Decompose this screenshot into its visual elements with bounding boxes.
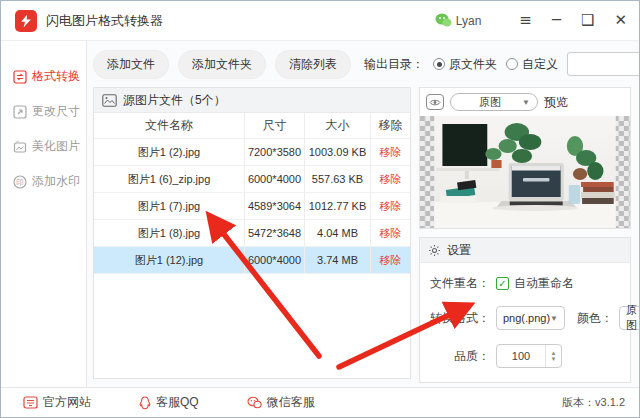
chevron-down-icon: ▼ xyxy=(550,314,558,323)
file-size: 1012.77 KB xyxy=(304,193,370,219)
output-path-input[interactable] xyxy=(567,52,640,76)
auto-rename-label: 自动重命名 xyxy=(514,275,574,292)
sidebar-item-label: 美化图片 xyxy=(32,138,80,155)
sidebar-item-resize[interactable]: 更改尺寸 xyxy=(1,94,86,129)
preview-panel: 原图 ▼ 预览 xyxy=(419,87,631,229)
svg-text:印: 印 xyxy=(16,177,24,186)
quality-label: 品质： xyxy=(428,348,490,365)
sidebar-item-beautify[interactable]: 美化图片 xyxy=(1,129,86,164)
beautify-icon xyxy=(13,140,27,154)
column-header-dimensions: 尺寸 xyxy=(244,113,304,138)
maximize-icon[interactable]: ❑ xyxy=(581,13,594,28)
table-row[interactable]: 图片1 (7).jpg 4589*3064 1012.77 KB 移除 xyxy=(94,193,410,220)
preview-eye-icon[interactable] xyxy=(426,94,444,110)
sidebar-item-label: 格式转换 xyxy=(32,68,80,85)
preview-mode-dropdown[interactable]: 原图 ▼ xyxy=(450,93,538,111)
column-header-size: 大小 xyxy=(304,113,370,138)
color-dropdown[interactable]: 原图 ▼ xyxy=(619,306,640,330)
format-value: png(.png) xyxy=(503,312,550,324)
file-dimensions: 6000*4000 xyxy=(244,247,304,273)
sidebar-item-format-convert[interactable]: 格式转换 xyxy=(1,59,86,94)
file-dimensions: 4589*3064 xyxy=(244,193,304,219)
app-window: 闪电图片格式转换器 Lyan ≡ ─ ❑ ✕ xyxy=(0,0,640,418)
preview-mode-value: 原图 xyxy=(458,95,522,110)
file-size: 1003.09 KB xyxy=(304,139,370,165)
format-label: 转换格式： xyxy=(428,310,490,327)
version-label: 版本：v3.1.2 xyxy=(562,395,625,410)
format-convert-icon xyxy=(13,70,27,84)
qq-support-label: 客服QQ xyxy=(156,394,199,411)
radio-original-folder[interactable]: 原文件夹 xyxy=(433,56,497,73)
watermark-icon: 印 xyxy=(13,175,27,189)
quality-stepper[interactable]: 100 ▲ ▼ xyxy=(496,344,562,368)
close-icon[interactable]: ✕ xyxy=(614,13,627,28)
sidebar: 格式转换 更改尺寸 美化图片 印 xyxy=(1,41,87,387)
file-name: 图片1 (8).jpg xyxy=(94,220,244,246)
chevron-down-icon: ▼ xyxy=(522,98,530,107)
title-bar: 闪电图片格式转换器 Lyan ≡ ─ ❑ ✕ xyxy=(1,1,639,41)
file-dimensions: 7200*3580 xyxy=(244,139,304,165)
file-table: 文件名称 尺寸 大小 移除 图片1 (2).jpg 7200*3580 1003… xyxy=(94,113,410,274)
add-folder-button[interactable]: 添加文件夹 xyxy=(178,50,266,79)
sidebar-item-label: 添加水印 xyxy=(32,173,80,190)
preview-header: 原图 ▼ 预览 xyxy=(420,88,630,116)
table-row[interactable]: 图片1 (2).jpg 7200*3580 1003.09 KB 移除 xyxy=(94,139,410,166)
source-files-header: 源图片文件（5个） xyxy=(94,88,410,113)
official-website-label: 官方网站 xyxy=(43,394,91,411)
source-files-title: 源图片文件（5个） xyxy=(123,92,226,109)
column-header-name: 文件名称 xyxy=(94,113,244,138)
file-dimensions: 5472*3648 xyxy=(244,220,304,246)
table-row[interactable]: 图片1 (8).jpg 5472*3648 4.04 MB 移除 xyxy=(94,220,410,247)
resize-icon xyxy=(13,105,27,119)
radio-custom-control[interactable] xyxy=(506,58,518,70)
radio-custom-label: 自定义 xyxy=(522,56,558,73)
remove-link[interactable]: 移除 xyxy=(370,220,410,246)
wechat-icon xyxy=(247,396,262,409)
wechat-support-link[interactable]: 微信客服 xyxy=(247,394,315,411)
wechat-avatar-icon xyxy=(435,13,452,28)
file-size: 3.74 MB xyxy=(304,247,370,273)
remove-link[interactable]: 移除 xyxy=(370,247,410,273)
remove-link[interactable]: 移除 xyxy=(370,139,410,165)
app-title: 闪电图片格式转换器 xyxy=(46,12,163,30)
settings-title: 设置 xyxy=(447,242,471,259)
source-files-panel: 源图片文件（5个） 文件名称 尺寸 大小 移除 图片1 (2).jpg 7200… xyxy=(93,87,411,379)
settings-panel: 设置 文件重名： ✓ 自动重命名 转换格式： png(.pn xyxy=(419,237,631,383)
radio-custom[interactable]: 自定义 xyxy=(506,56,558,73)
file-name: 图片1 (12).jpg xyxy=(94,247,244,273)
settings-header: 设置 xyxy=(420,238,630,263)
user-name: Lyan xyxy=(456,14,482,28)
sidebar-item-watermark[interactable]: 印 添加水印 xyxy=(1,164,86,199)
file-name: 图片1 (2).jpg xyxy=(94,139,244,165)
radio-original-folder-control[interactable] xyxy=(433,58,445,70)
qq-support-link[interactable]: 客服QQ xyxy=(139,394,199,411)
auto-rename-checkbox[interactable]: ✓ xyxy=(496,277,509,290)
file-table-body: 图片1 (2).jpg 7200*3580 1003.09 KB 移除 图片1 … xyxy=(94,139,410,274)
format-dropdown[interactable]: png(.png) ▼ xyxy=(496,306,565,330)
gear-icon xyxy=(428,244,441,257)
footer-bar: 官方网站 客服QQ 微信客服 版本：v3.1.2 xyxy=(1,387,639,417)
output-dir-label: 输出目录： xyxy=(364,56,424,73)
stepper-down-icon[interactable]: ▼ xyxy=(551,356,557,362)
column-header-remove: 移除 xyxy=(370,113,410,138)
remove-link[interactable]: 移除 xyxy=(370,193,410,219)
app-logo-icon xyxy=(15,10,37,32)
preview-image xyxy=(420,116,630,228)
menu-icon[interactable]: ≡ xyxy=(519,13,532,28)
clear-list-button[interactable]: 清除列表 xyxy=(275,50,351,79)
qq-penguin-icon xyxy=(139,396,151,410)
file-name: 图片1 (7).jpg xyxy=(94,193,244,219)
official-website-link[interactable]: 官方网站 xyxy=(23,394,91,411)
file-name: 图片1 (6)_zip.jpg xyxy=(94,166,244,192)
preview-label: 预览 xyxy=(544,94,568,111)
table-row[interactable]: 图片1 (6)_zip.jpg 6000*4000 557.63 KB 移除 xyxy=(94,166,410,193)
table-row[interactable]: 图片1 (12).jpg 6000*4000 3.74 MB 移除 xyxy=(94,247,410,274)
file-size: 557.63 KB xyxy=(304,166,370,192)
rename-label: 文件重名： xyxy=(428,275,490,292)
image-file-icon xyxy=(102,94,117,107)
file-dimensions: 6000*4000 xyxy=(244,166,304,192)
minimize-icon[interactable]: ─ xyxy=(552,13,561,28)
add-files-button[interactable]: 添加文件 xyxy=(93,50,169,79)
remove-link[interactable]: 移除 xyxy=(370,166,410,192)
user-account[interactable]: Lyan xyxy=(435,13,482,28)
